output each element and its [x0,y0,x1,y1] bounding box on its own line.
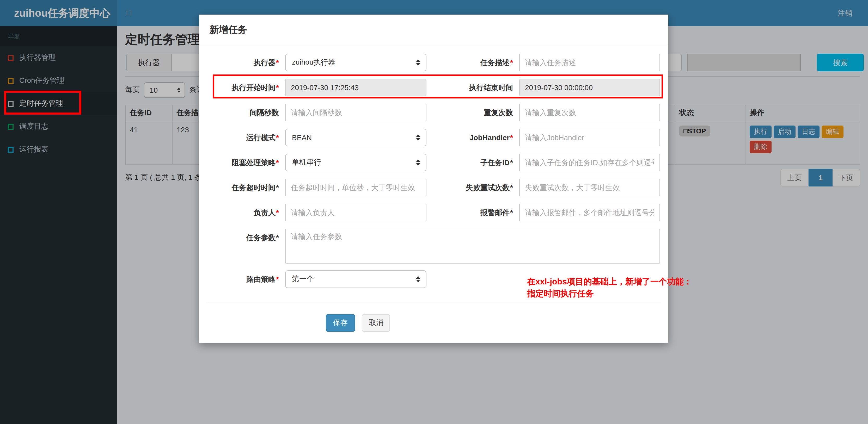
child-job-id-input[interactable] [519,154,660,171]
executor-label: 执行器* [207,54,285,71]
select-arrows-icon [416,276,420,282]
start-time-field [285,79,427,96]
required-asterisk: * [510,158,513,167]
retry-count-label: 失败重试次数* [427,179,519,196]
end-time-label: 执行结束时间 [427,79,519,96]
form-row-param: 任务参数* [207,229,661,264]
run-mode-field: BEAN [285,129,427,146]
form-row-route: 路由策略*第一个在xxl-jobs项目的基础上，新增了一个功能：指定时间执行任务 [207,270,661,299]
job-desc-field [519,54,660,71]
block-strategy-field: 单机串行 [285,154,427,171]
job-desc-label: 任务描述* [427,54,519,71]
add-task-modal: 新增任务 执行器*zuihou执行器任务描述*执行开始时间*执行结束时间间隔秒数… [199,14,668,343]
route-strategy-select[interactable]: 第一个 [285,270,427,288]
required-asterisk: * [510,58,513,67]
down-arrow-icon [416,280,420,282]
save-button[interactable]: 保存 [326,314,355,332]
alarm-email-label: 报警邮件* [427,204,519,221]
job-handler-label: JobHandler* [427,129,519,146]
select-arrows-icon [416,59,420,66]
interval-seconds-field [285,104,427,121]
modal-title: 新增任务 [210,25,247,35]
select-value: 第一个 [292,274,314,284]
alarm-email-field [519,204,660,221]
job-timeout-input[interactable] [285,179,427,196]
required-asterisk: * [276,183,279,192]
required-asterisk: * [510,208,513,217]
repeat-count-input[interactable] [519,104,660,121]
required-asterisk: * [276,233,279,242]
owner-input[interactable] [285,204,427,221]
alarm-email-input[interactable] [519,204,660,221]
owner-label: 负责人* [207,204,285,221]
feature-note-line1: 在xxl-jobs项目的基础上，新增了一个功能： [527,275,692,288]
job-timeout-label: 任务超时时间* [207,179,285,196]
app-window: zuihou任务调度中心 □ 注销 导航 执行器管理Cron任务管理定时任务管理… [0,0,868,424]
route-strategy-label: 路由策略* [207,270,285,299]
start-time-label: 执行开始时间* [207,79,285,96]
required-asterisk: * [276,58,279,67]
run-mode-label: 运行模式* [207,129,285,146]
up-arrow-icon [416,59,420,62]
required-asterisk: * [510,133,513,142]
start-time-input[interactable] [285,79,427,96]
select-value: BEAN [292,133,312,142]
retry-count-field [519,179,660,196]
end-time-input[interactable] [519,79,660,96]
spacer [427,270,527,299]
interval-seconds-label: 间隔秒数 [207,104,285,121]
interval-seconds-input[interactable] [285,104,427,121]
required-asterisk: * [276,158,279,167]
run-mode-select[interactable]: BEAN [285,129,427,146]
up-arrow-icon [416,276,420,279]
modal-form: 执行器*zuihou执行器任务描述*执行开始时间*执行结束时间间隔秒数重复次数运… [199,44,668,299]
feature-note: 在xxl-jobs项目的基础上，新增了一个功能：指定时间执行任务 [527,270,692,299]
form-row: 间隔秒数重复次数 [207,104,661,121]
up-arrow-icon [416,134,420,137]
job-timeout-field [285,179,427,196]
form-row: 运行模式*BEANJobHandler* [207,129,661,146]
select-arrows-icon [416,134,420,141]
job-desc-input[interactable] [519,54,660,71]
job-handler-input[interactable] [519,129,660,146]
required-asterisk: * [276,208,279,217]
job-handler-field [519,129,660,146]
child-job-id-label: 子任务ID* [427,154,519,171]
up-arrow-icon [416,159,420,162]
modal-footer: 保存 取消 [207,304,661,332]
required-asterisk: * [276,275,279,283]
job-param-label: 任务参数* [207,229,285,264]
executor-field: zuihou执行器 [285,54,427,71]
block-strategy-select[interactable]: 单机串行 [285,154,427,171]
form-row: 执行器*zuihou执行器任务描述* [207,54,661,71]
job-param-textarea[interactable] [285,229,660,264]
owner-field [285,204,427,221]
select-value: 单机串行 [292,158,321,167]
select-value: zuihou执行器 [292,58,336,67]
select-arrows-icon [416,159,420,166]
modal-header: 新增任务 [199,14,668,44]
down-arrow-icon [416,163,420,166]
block-strategy-label: 阻塞处理策略* [207,154,285,171]
cancel-button[interactable]: 取消 [362,314,390,332]
down-arrow-icon [416,63,420,66]
child-job-id-field [519,154,660,171]
required-asterisk: * [276,133,279,142]
form-row: 负责人*报警邮件* [207,204,661,221]
repeat-count-label: 重复次数 [427,104,519,121]
down-arrow-icon [416,138,420,141]
route-strategy-field: 第一个 [285,270,427,299]
repeat-count-field [519,104,660,121]
executor-select[interactable]: zuihou执行器 [285,54,427,71]
required-asterisk: * [276,83,279,92]
form-row: 执行开始时间*执行结束时间 [207,79,661,96]
form-row: 阻塞处理策略*单机串行子任务ID* [207,154,661,171]
form-row: 任务超时时间*失败重试次数* [207,179,661,196]
end-time-field [519,79,660,96]
feature-note-line2: 指定时间执行任务 [527,288,692,299]
retry-count-input[interactable] [519,179,660,196]
required-asterisk: * [510,183,513,192]
